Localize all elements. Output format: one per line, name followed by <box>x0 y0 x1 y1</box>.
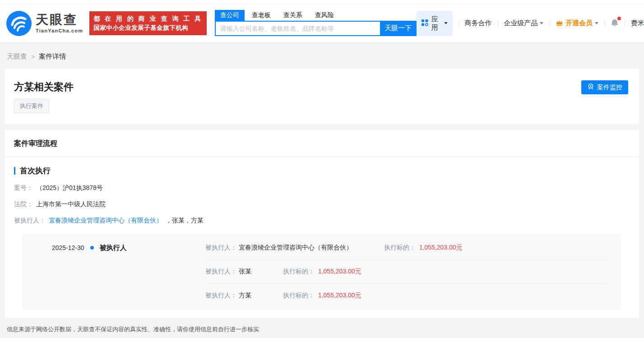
stage-first-execution: 首次执行 案号： （2025）沪01执3878号 法院： 上海市第一中级人民法院… <box>5 157 639 310</box>
row-amount-group: 执行标的： 1,055,203.00元 <box>384 244 463 252</box>
crown-icon <box>556 19 565 28</box>
tab-search-relation[interactable]: 查关系 <box>278 10 308 21</box>
tab-search-boss[interactable]: 查老板 <box>246 10 276 21</box>
search-input[interactable] <box>215 21 380 36</box>
timeline-date: 2025-12-30 <box>52 243 84 252</box>
divider <box>549 20 550 27</box>
breadcrumb-current: 案件详情 <box>39 52 66 61</box>
row-amount-group: 执行标的： 1,055,203.00元 <box>283 268 361 276</box>
table-row: 被执行人： 方某 执行标的： 1,055,203.00元 <box>205 283 607 307</box>
field-case-number: 案号： （2025）沪01执3878号 <box>14 183 630 192</box>
search-button[interactable]: 天眼一下 <box>380 21 417 36</box>
nav-apps-label: 应用 <box>431 15 439 32</box>
timeline-event: 被执行人 <box>100 243 127 252</box>
stage-accent-bar <box>14 167 15 175</box>
row-executee-label: 被执行人： <box>205 268 237 276</box>
row-executee-label: 被执行人： <box>205 244 237 252</box>
court-label: 法院： <box>14 200 33 208</box>
tab-search-risk[interactable]: 查风险 <box>310 10 339 21</box>
case-process-card: 案件审理流程 首次执行 案号： （2025）沪01执3878号 法院： 上海市第… <box>5 130 639 318</box>
nav-apps[interactable]: 应用 <box>417 11 453 36</box>
site-logo[interactable]: 天眼查 TianYanCha.com <box>6 11 83 36</box>
case-monitor-label: 案件监控 <box>597 83 622 92</box>
field-court: 法院： 上海市第一中级人民法院 <box>14 199 630 208</box>
row-amount-label: 执行标的： <box>384 244 416 251</box>
row-amount-value: 1,055,203.00元 <box>318 292 361 299</box>
timeline-rows: 被执行人： 宜春浪绫企业管理咨询中心（有限合伙） 执行标的： 1,055,203… <box>205 236 607 307</box>
divider <box>625 20 625 27</box>
logo-title: 天眼查 <box>36 14 83 26</box>
field-executees: 被执行人： 宜春浪绫企业管理咨询中心（有限合伙） ，张某，方某 <box>14 216 630 225</box>
webcam-icon <box>587 83 594 92</box>
nav-enterprise[interactable]: 企业级产品 <box>504 19 543 28</box>
divider <box>498 20 498 27</box>
case-number-value: （2025）沪01执3878号 <box>36 184 103 191</box>
nav-user[interactable]: 费米 <box>631 19 644 28</box>
row-amount-label: 执行标的： <box>283 268 315 275</box>
case-number-label: 案号： <box>14 184 33 191</box>
timeline-left: 2025-12-30 被执行人 <box>23 236 205 307</box>
row-executee-name: 方某 <box>239 292 251 300</box>
stage-title: 首次执行 <box>20 166 51 176</box>
grid-icon <box>422 19 428 28</box>
court-value: 上海市第一中级人民法院 <box>36 200 106 208</box>
case-monitor-button[interactable]: 案件监控 <box>581 80 628 94</box>
nav-user-label: 费米 <box>631 19 644 28</box>
header-nav: 应用 商务合作 企业级产品 开通会员 <box>417 11 644 36</box>
case-header-card: 方某相关案件 执行案件 案件监控 <box>5 69 639 124</box>
site-header: 天眼查 TianYanCha.com 都 在 用 的 商 业 查 询 工 具 国… <box>0 4 644 43</box>
executees-label: 被执行人： <box>14 217 46 224</box>
row-amount-value: 1,055,203.00元 <box>419 244 463 251</box>
row-executee-label: 被执行人： <box>205 292 237 300</box>
page-title: 方某相关案件 <box>14 81 630 93</box>
chevron-down-icon <box>540 22 543 24</box>
slogan-line1: 都 在 用 的 商 业 查 询 工 具 <box>93 14 203 23</box>
logo-domain: TianYanCha.com <box>36 28 83 33</box>
row-amount-label: 执行标的： <box>283 292 315 299</box>
row-amount-group: 执行标的： 1,055,203.00元 <box>283 292 361 300</box>
nav-vip[interactable]: 开通会员 <box>556 19 598 28</box>
breadcrumb-separator: > <box>31 53 35 60</box>
divider <box>459 20 459 27</box>
breadcrumb-home[interactable]: 天眼查 <box>7 52 27 61</box>
notification-button[interactable] <box>611 19 619 28</box>
executee-company-link[interactable]: 宜春浪绫企业管理咨询中心（有限合伙） <box>49 217 162 224</box>
notification-dot <box>617 17 621 20</box>
chevron-down-icon <box>595 22 598 24</box>
stage-title-row: 首次执行 <box>14 166 630 176</box>
slogan-line2: 国家中小企业发展子基金旗下机构 <box>93 23 203 32</box>
search-box: 查公司 查老板 查关系 查风险 天眼一下 <box>215 11 417 36</box>
disclaimer-text: 信息来源于网络公开数据，天眼查不保证内容的真实性、准确性，请你使用信息前自行进一… <box>7 326 259 333</box>
search-tabs: 查公司 查老板 查关系 查风险 <box>215 11 417 21</box>
nav-enterprise-label: 企业级产品 <box>504 19 537 28</box>
chevron-down-icon <box>444 22 448 24</box>
divider <box>604 20 605 27</box>
top-strip <box>0 0 644 4</box>
executees-rest: ，张某，方某 <box>166 217 204 224</box>
slogan-badge: 都 在 用 的 商 业 查 询 工 具 国家中小企业发展子基金旗下机构 <box>89 11 207 35</box>
disclaimer-footer: 信息来源于网络公开数据，天眼查不保证内容的真实性、准确性，请你使用信息前自行进一… <box>0 318 644 338</box>
nav-cooperation-label: 商务合作 <box>465 19 492 28</box>
tab-search-company[interactable]: 查公司 <box>215 10 245 21</box>
row-executee-name: 张某 <box>239 268 251 276</box>
tianyancha-eye-icon <box>6 11 32 36</box>
row-executee-name-link[interactable]: 宜春浪绫企业管理咨询中心（有限合伙） <box>239 244 352 252</box>
nav-cooperation[interactable]: 商务合作 <box>465 19 492 28</box>
timeline-block: 2025-12-30 被执行人 被执行人： 宜春浪绫企业管理咨询中心（有限合伙）… <box>23 234 621 310</box>
breadcrumb: 天眼查 > 案件详情 <box>0 43 644 69</box>
row-amount-value: 1,055,203.00元 <box>318 268 361 275</box>
table-row: 被执行人： 张某 执行标的： 1,055,203.00元 <box>205 259 607 283</box>
nav-vip-label: 开通会员 <box>565 19 593 28</box>
table-row: 被执行人： 宜春浪绫企业管理咨询中心（有限合伙） 执行标的： 1,055,203… <box>205 236 607 259</box>
timeline-dot-icon <box>90 246 94 250</box>
case-type-tag: 执行案件 <box>14 99 49 113</box>
section-title: 案件审理流程 <box>5 130 639 157</box>
